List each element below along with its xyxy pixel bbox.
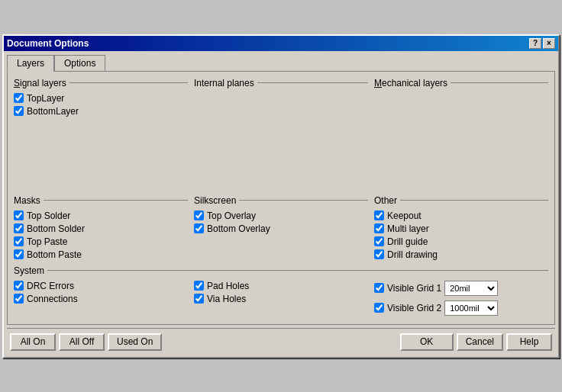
system-col2: Pad Holes Via Holes xyxy=(194,281,368,318)
masks-section: Masks Top Solder Bottom Solder Top Paste xyxy=(14,195,188,262)
checkbox-drill-drawing: Drill drawing xyxy=(374,249,548,260)
checkbox-top-paste: Top Paste xyxy=(14,236,188,247)
other-title: Other xyxy=(374,195,548,206)
drill-guide-checkbox[interactable] xyxy=(374,236,384,246)
tab-layers[interactable]: Layers xyxy=(7,55,54,72)
toplayer-label: TopLayer xyxy=(27,93,64,104)
signal-layers-section: Signal layers TopLayer BottomLayer xyxy=(14,78,188,192)
system-col3: Visible Grid 1 20mil 10mil 5mil 1mil Vis… xyxy=(374,281,548,318)
silkscreen-section: Silkscreen Top Overlay Bottom Overlay xyxy=(194,195,368,262)
system-col1: DRC Errors Connections xyxy=(14,281,188,318)
checkbox-connections: Connections xyxy=(14,294,188,304)
visible-grid-2-dropdown[interactable]: 1000mil 500mil 100mil 50mil xyxy=(444,300,498,316)
checkbox-drc-errors: DRC Errors xyxy=(14,281,188,291)
drc-errors-checkbox[interactable] xyxy=(14,281,24,291)
tab-options[interactable]: Options xyxy=(54,55,105,72)
visible-grid-2-checkbox[interactable] xyxy=(374,303,384,313)
cancel-button[interactable]: Cancel xyxy=(457,333,503,351)
silkscreen-title: Silkscreen xyxy=(194,195,368,206)
drc-errors-label: DRC Errors xyxy=(27,281,74,291)
bottom-solder-label: Bottom Solder xyxy=(27,223,85,234)
tab-bar: Layers Options xyxy=(7,54,555,71)
system-title: System xyxy=(14,265,548,276)
checkbox-bottom-paste: Bottom Paste xyxy=(14,249,188,260)
checkbox-bottom-overlay: Bottom Overlay xyxy=(194,223,368,234)
bottom-paste-label: Bottom Paste xyxy=(27,249,82,260)
connections-checkbox[interactable] xyxy=(14,294,24,304)
signal-layers-title: Signal layers xyxy=(14,78,188,88)
other-section: Other Keepout Multi layer Drill guide xyxy=(374,195,548,262)
visible-grid-1-dropdown[interactable]: 20mil 10mil 5mil 1mil xyxy=(444,281,498,296)
system-row: DRC Errors Connections Pad Holes xyxy=(14,281,548,318)
checkbox-keepout: Keepout xyxy=(374,210,548,221)
btn-group-left: All On All Off Used On xyxy=(10,333,162,351)
button-bar: All On All Off Used On OK Cancel Help xyxy=(7,328,555,354)
drill-drawing-label: Drill drawing xyxy=(387,249,438,260)
main-window: Document Options ? × Layers Options Sign… xyxy=(2,34,560,358)
checkbox-top-overlay: Top Overlay xyxy=(194,210,368,221)
pad-holes-checkbox[interactable] xyxy=(194,281,204,291)
system-section: System DRC Errors Connections xyxy=(14,265,548,318)
bottom-overlay-checkbox[interactable] xyxy=(194,223,204,233)
bottomlayer-label: BottomLayer xyxy=(27,106,79,117)
checkbox-pad-holes: Pad Holes xyxy=(194,281,368,291)
ok-button[interactable]: OK xyxy=(400,333,454,351)
top-sections: Signal layers TopLayer BottomLayer Inter… xyxy=(14,78,548,192)
visible-grid-1-row: Visible Grid 1 20mil 10mil 5mil 1mil xyxy=(374,281,548,296)
used-on-button[interactable]: Used On xyxy=(108,333,162,351)
internal-planes-section: Internal planes xyxy=(194,78,368,192)
title-bar: Document Options ? × xyxy=(4,36,558,51)
keepout-label: Keepout xyxy=(387,210,422,221)
via-holes-label: Via Holes xyxy=(207,294,246,304)
window-body: Layers Options Signal layers TopLayer Bo… xyxy=(4,51,558,357)
bottom-solder-checkbox[interactable] xyxy=(14,223,24,233)
visible-grid-1-checkbox[interactable] xyxy=(374,283,384,293)
top-solder-label: Top Solder xyxy=(27,210,70,221)
via-holes-checkbox[interactable] xyxy=(194,294,204,304)
help-button[interactable]: ? xyxy=(529,38,541,49)
pad-holes-label: Pad Holes xyxy=(207,281,249,291)
checkbox-via-holes: Via Holes xyxy=(194,294,368,304)
checkbox-multi-layer: Multi layer xyxy=(374,223,548,234)
checkbox-bottom-solder: Bottom Solder xyxy=(14,223,188,234)
drill-guide-label: Drill guide xyxy=(387,236,428,247)
help-btn[interactable]: Help xyxy=(506,333,552,351)
checkbox-toplayer: TopLayer xyxy=(14,93,188,104)
close-button[interactable]: × xyxy=(543,38,555,49)
all-on-button[interactable]: All On xyxy=(10,333,56,351)
masks-title: Masks xyxy=(14,195,188,206)
checkbox-bottomlayer: BottomLayer xyxy=(14,106,188,117)
checkbox-top-solder: Top Solder xyxy=(14,210,188,221)
drill-drawing-checkbox[interactable] xyxy=(374,249,384,259)
title-bar-buttons: ? × xyxy=(529,38,555,49)
bottomlayer-checkbox[interactable] xyxy=(14,106,24,116)
top-paste-label: Top Paste xyxy=(27,236,67,247)
bottom-paste-checkbox[interactable] xyxy=(14,249,24,259)
top-paste-checkbox[interactable] xyxy=(14,236,24,246)
internal-planes-title: Internal planes xyxy=(194,78,368,88)
mechanical-layers-title: Mechanical layers xyxy=(374,78,548,88)
btn-group-right: OK Cancel Help xyxy=(400,333,552,351)
top-solder-checkbox[interactable] xyxy=(14,210,24,220)
multi-layer-checkbox[interactable] xyxy=(374,223,384,233)
toplayer-checkbox[interactable] xyxy=(14,93,24,103)
visible-grid-2-row: Visible Grid 2 1000mil 500mil 100mil 50m… xyxy=(374,300,548,316)
window-title: Document Options xyxy=(7,38,89,49)
top-overlay-label: Top Overlay xyxy=(207,210,256,221)
visible-grid-2-label: Visible Grid 2 xyxy=(387,303,441,313)
checkbox-drill-guide: Drill guide xyxy=(374,236,548,247)
tab-content: Signal layers TopLayer BottomLayer Inter… xyxy=(7,71,555,325)
visible-grid-1-label: Visible Grid 1 xyxy=(387,283,441,294)
bottom-overlay-label: Bottom Overlay xyxy=(207,223,270,234)
multi-layer-label: Multi layer xyxy=(387,223,429,234)
top-overlay-checkbox[interactable] xyxy=(194,210,204,220)
mechanical-layers-section: Mechanical layers xyxy=(374,78,548,192)
connections-label: Connections xyxy=(27,294,78,304)
middle-sections: Masks Top Solder Bottom Solder Top Paste xyxy=(14,195,548,262)
keepout-checkbox[interactable] xyxy=(374,210,384,220)
all-off-button[interactable]: All Off xyxy=(59,333,105,351)
